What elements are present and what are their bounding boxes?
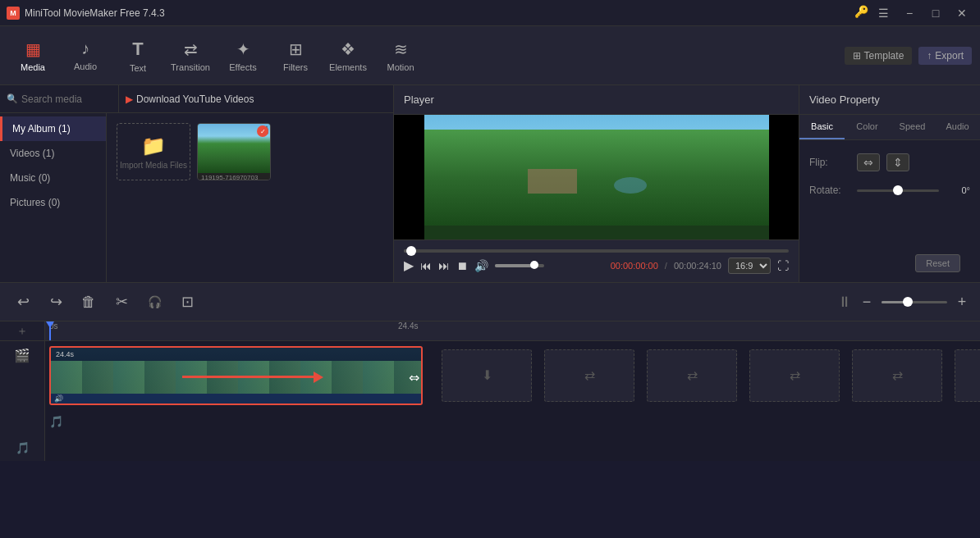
zoom-plus-button[interactable]: + (954, 294, 970, 311)
app-logo: M (7, 7, 20, 20)
volume-slider[interactable] (495, 264, 544, 267)
cut-button[interactable]: ✂ (108, 289, 135, 315)
toolbar-motion[interactable]: ≋ Motion (376, 31, 425, 80)
bottom-toolbar: ↩ ↪ 🗑 ✂ 🎧 ⊡ ⏸ − + (0, 282, 980, 321)
download-youtube-button[interactable]: ▶ Download YouTube Videos (119, 85, 260, 112)
player-label: Player (404, 93, 434, 106)
reset-button[interactable]: Reset (915, 254, 960, 272)
media-icon: ▦ (25, 39, 41, 59)
property-content: Flip: ⇔ ⇕ Rotate: 0° (799, 140, 980, 209)
player-header: Player (394, 85, 799, 115)
import-media-button[interactable]: 📁 Import Media Files (117, 123, 190, 180)
maximize-button[interactable]: □ (924, 5, 947, 21)
text-icon: T (132, 39, 143, 60)
search-icon: 🔍 (7, 93, 18, 104)
fullscreen-button[interactable]: ⛶ (777, 259, 789, 272)
minimize-button[interactable]: − (898, 5, 921, 21)
video-clip[interactable]: 24.4s ⇔ 🔊 (49, 346, 423, 405)
tab-basic[interactable]: Basic (799, 115, 845, 139)
clip-vol-icon: 🔊 (54, 394, 63, 403)
audio-detach-button[interactable]: 🎧 (141, 289, 167, 315)
export-icon: ↑ (927, 50, 932, 62)
timeline-tracks: 🎬 🎵 24.4s (0, 341, 980, 461)
toolbar-text[interactable]: T Text (113, 31, 163, 80)
youtube-icon: ▶ (126, 93, 133, 105)
transition-slot-6[interactable]: ⇄ (955, 349, 980, 402)
media-thumbnail[interactable]: 📹 ✓ 119195-716970703 (197, 123, 271, 180)
split-icon: ⏸ (837, 294, 852, 311)
album-item-pictures[interactable]: Pictures (0) (0, 190, 106, 215)
tab-speed[interactable]: Speed (890, 115, 935, 139)
flip-horizontal-button[interactable]: ⇔ (857, 153, 880, 171)
album-item-myalbum[interactable]: My Album (1) (0, 116, 106, 141)
redo-button[interactable]: ↪ (43, 289, 69, 315)
stop-button[interactable]: ⏹ (456, 259, 468, 272)
transition-slot-2[interactable]: ⇄ (544, 349, 634, 402)
text-label: Text (130, 63, 146, 73)
zoom-minus-button[interactable]: − (859, 294, 875, 311)
progress-bar[interactable] (404, 249, 789, 253)
toolbar-transition[interactable]: ⇄ Transition (166, 31, 215, 80)
titlebar: M MiniTool MovieMaker Free 7.4.3 🔑 ☰ − □… (0, 0, 980, 26)
zoom-slider[interactable] (882, 301, 947, 303)
video-frame (424, 115, 769, 239)
resize-handle[interactable]: ⇔ (409, 369, 419, 385)
search-input[interactable] (21, 93, 112, 105)
transition-slot-1[interactable]: ⬇ (442, 349, 532, 402)
audio-icon: ♪ (81, 39, 89, 58)
filters-label: Filters (283, 62, 308, 72)
crop-button[interactable]: ⊡ (174, 289, 200, 315)
zoom-thumb (903, 297, 913, 307)
transition-slot-2-icon: ⇄ (584, 367, 595, 383)
add-track-icon[interactable]: ＋ (16, 324, 28, 339)
rotate-value: 0° (946, 185, 970, 195)
transition-slot-4-icon: ⇄ (790, 367, 800, 383)
titlebar-controls: 🔑 ☰ − □ ✕ (854, 5, 973, 21)
next-frame-button[interactable]: ⏭ (438, 259, 450, 272)
transition-slot-5[interactable]: ⇄ (852, 349, 942, 402)
clip-filmstrip: ⇔ (51, 361, 421, 394)
undo-button[interactable]: ↩ (10, 289, 36, 315)
album-item-music[interactable]: Music (0) (0, 166, 106, 190)
prev-frame-button[interactable]: ⏮ (420, 259, 432, 272)
main-toolbar: ▦ Media ♪ Audio T Text ⇄ Transition ✦ Ef… (0, 26, 980, 85)
motion-label: Motion (387, 62, 414, 72)
template-icon: ⊞ (853, 50, 861, 62)
audio-waveform-icon: 🎵 (49, 415, 63, 428)
elements-icon: ❖ (341, 39, 355, 59)
toolbar-elements[interactable]: ❖ Elements (323, 31, 373, 80)
progress-thumb[interactable] (406, 246, 416, 256)
toolbar-audio[interactable]: ♪ Audio (61, 31, 110, 80)
playhead-head (46, 321, 54, 328)
album-item-videos[interactable]: Videos (1) (0, 141, 106, 166)
tab-color[interactable]: Color (845, 115, 890, 139)
media-thumb-label: 119195-716970703 (198, 173, 270, 180)
rotate-row: Rotate: 0° (809, 185, 970, 196)
drag-arrow (182, 372, 323, 383)
elements-label: Elements (329, 62, 367, 72)
play-button[interactable]: ▶ (404, 258, 414, 273)
tab-audio[interactable]: Audio (935, 115, 980, 139)
delete-button[interactable]: 🗑 (76, 289, 102, 315)
template-button[interactable]: ⊞ Template (845, 47, 913, 65)
left-panel: 🔍 ▶ Download YouTube Videos My Album (1)… (0, 85, 394, 282)
toolbar-media[interactable]: ▦ Media (8, 31, 57, 80)
volume-icon[interactable]: 🔊 (474, 259, 488, 272)
toolbar-effects[interactable]: ✦ Effects (218, 31, 268, 80)
player-controls: ▶ ⏮ ⏭ ⏹ 🔊 00:00:00:00 / 00:00:24:10 16:9… (394, 239, 799, 282)
transition-slot-3-icon: ⇄ (687, 367, 698, 383)
transition-slot-3[interactable]: ⇄ (647, 349, 737, 402)
playhead[interactable] (49, 321, 51, 340)
flip-vertical-button[interactable]: ⇕ (886, 153, 909, 171)
import-label: Import Media Files (120, 161, 187, 170)
export-button[interactable]: ↑ Export (918, 47, 972, 65)
transition-slot-4[interactable]: ⇄ (749, 349, 840, 402)
rotate-slider[interactable] (857, 189, 939, 192)
close-button[interactable]: ✕ (950, 5, 973, 21)
titlebar-left: M MiniTool MovieMaker Free 7.4.3 (7, 7, 165, 20)
menu-button[interactable]: ☰ (872, 5, 895, 21)
toolbar-filters[interactable]: ⊞ Filters (271, 31, 320, 80)
main-area: 🔍 ▶ Download YouTube Videos My Album (1)… (0, 85, 980, 282)
rotate-label: Rotate: (809, 185, 850, 196)
aspect-ratio-select[interactable]: 16:9 (728, 258, 771, 274)
